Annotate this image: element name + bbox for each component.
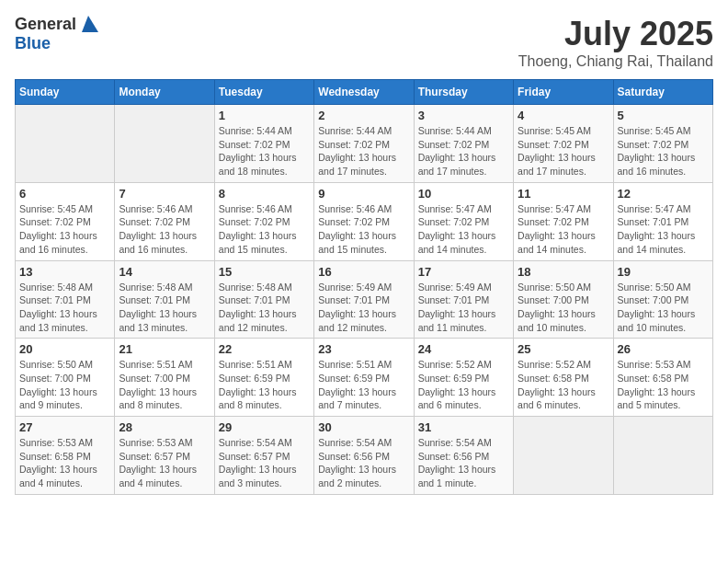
day-info: Sunrise: 5:48 AM Sunset: 7:01 PM Dayligh… [219, 281, 310, 335]
col-tuesday: Tuesday [214, 80, 313, 105]
logo-icon [78, 16, 98, 32]
day-number: 29 [219, 420, 310, 434]
page-header: General Blue July 2025 Thoeng, Chiang Ra… [15, 15, 713, 70]
calendar-week-3: 13Sunrise: 5:48 AM Sunset: 7:01 PM Dayli… [16, 260, 713, 339]
day-number: 25 [518, 342, 609, 356]
day-number: 2 [318, 109, 409, 122]
calendar-cell: 6Sunrise: 5:45 AM Sunset: 7:02 PM Daylig… [16, 182, 115, 260]
day-info: Sunrise: 5:53 AM Sunset: 6:57 PM Dayligh… [119, 436, 210, 490]
day-number: 23 [318, 342, 409, 356]
calendar-cell: 8Sunrise: 5:46 AM Sunset: 7:02 PM Daylig… [214, 182, 313, 260]
day-number: 13 [19, 265, 110, 279]
day-info: Sunrise: 5:52 AM Sunset: 6:58 PM Dayligh… [518, 358, 609, 412]
calendar-cell: 25Sunrise: 5:52 AM Sunset: 6:58 PM Dayli… [514, 339, 613, 417]
day-info: Sunrise: 5:46 AM Sunset: 7:02 PM Dayligh… [318, 202, 409, 257]
calendar-cell: 15Sunrise: 5:48 AM Sunset: 7:01 PM Dayli… [214, 260, 313, 339]
day-number: 28 [119, 420, 210, 434]
day-number: 17 [418, 265, 509, 279]
calendar-cell: 23Sunrise: 5:51 AM Sunset: 6:59 PM Dayli… [314, 339, 414, 417]
calendar-cell: 21Sunrise: 5:51 AM Sunset: 7:00 PM Dayli… [115, 339, 214, 417]
day-info: Sunrise: 5:45 AM Sunset: 7:02 PM Dayligh… [518, 124, 609, 178]
calendar-cell: 14Sunrise: 5:48 AM Sunset: 7:01 PM Dayli… [115, 260, 214, 339]
day-info: Sunrise: 5:44 AM Sunset: 7:02 PM Dayligh… [418, 124, 509, 178]
day-number: 3 [418, 109, 509, 122]
calendar-cell [613, 417, 712, 495]
day-number: 30 [318, 420, 409, 434]
calendar-cell: 3Sunrise: 5:44 AM Sunset: 7:02 PM Daylig… [414, 105, 513, 183]
day-number: 27 [19, 420, 110, 434]
day-number: 24 [418, 342, 509, 356]
calendar-header: Sunday Monday Tuesday Wednesday Thursday… [16, 80, 713, 105]
calendar-cell: 1Sunrise: 5:44 AM Sunset: 7:02 PM Daylig… [214, 105, 313, 183]
col-wednesday: Wednesday [314, 80, 414, 105]
day-info: Sunrise: 5:54 AM Sunset: 6:56 PM Dayligh… [418, 436, 509, 490]
calendar-cell: 4Sunrise: 5:45 AM Sunset: 7:02 PM Daylig… [514, 105, 613, 183]
logo-general-text: General [15, 15, 76, 34]
calendar-cell: 26Sunrise: 5:53 AM Sunset: 6:58 PM Dayli… [613, 339, 712, 417]
day-info: Sunrise: 5:47 AM Sunset: 7:01 PM Dayligh… [618, 202, 709, 257]
calendar-cell: 29Sunrise: 5:54 AM Sunset: 6:57 PM Dayli… [214, 417, 313, 495]
day-info: Sunrise: 5:46 AM Sunset: 7:02 PM Dayligh… [219, 202, 310, 257]
day-info: Sunrise: 5:54 AM Sunset: 6:56 PM Dayligh… [318, 436, 409, 490]
day-info: Sunrise: 5:50 AM Sunset: 7:00 PM Dayligh… [518, 281, 609, 335]
title-area: July 2025 Thoeng, Chiang Rai, Thailand [518, 15, 713, 70]
calendar-cell: 18Sunrise: 5:50 AM Sunset: 7:00 PM Dayli… [514, 260, 613, 339]
col-saturday: Saturday [613, 80, 712, 105]
calendar-cell: 2Sunrise: 5:44 AM Sunset: 7:02 PM Daylig… [314, 105, 414, 183]
day-info: Sunrise: 5:47 AM Sunset: 7:02 PM Dayligh… [518, 202, 609, 257]
day-number: 26 [618, 342, 709, 356]
day-info: Sunrise: 5:46 AM Sunset: 7:02 PM Dayligh… [119, 202, 210, 257]
day-number: 5 [618, 109, 709, 122]
day-number: 14 [119, 265, 210, 279]
day-number: 21 [119, 342, 210, 356]
day-info: Sunrise: 5:47 AM Sunset: 7:02 PM Dayligh… [418, 202, 509, 257]
day-number: 20 [19, 342, 110, 356]
day-info: Sunrise: 5:49 AM Sunset: 7:01 PM Dayligh… [418, 281, 509, 335]
day-info: Sunrise: 5:51 AM Sunset: 7:00 PM Dayligh… [119, 358, 210, 412]
calendar-cell: 31Sunrise: 5:54 AM Sunset: 6:56 PM Dayli… [414, 417, 513, 495]
logo-blue-text: Blue [15, 34, 51, 53]
col-thursday: Thursday [414, 80, 513, 105]
calendar-cell: 22Sunrise: 5:51 AM Sunset: 6:59 PM Dayli… [214, 339, 313, 417]
day-number: 16 [318, 265, 409, 279]
day-info: Sunrise: 5:49 AM Sunset: 7:01 PM Dayligh… [318, 281, 409, 335]
calendar-cell [16, 105, 115, 183]
calendar-week-1: 1Sunrise: 5:44 AM Sunset: 7:02 PM Daylig… [16, 105, 713, 183]
calendar-cell: 9Sunrise: 5:46 AM Sunset: 7:02 PM Daylig… [314, 182, 414, 260]
header-row: Sunday Monday Tuesday Wednesday Thursday… [16, 80, 713, 105]
calendar-title: July 2025 [518, 15, 713, 53]
calendar-table: Sunday Monday Tuesday Wednesday Thursday… [15, 79, 713, 495]
day-number: 31 [418, 420, 509, 434]
calendar-cell: 28Sunrise: 5:53 AM Sunset: 6:57 PM Dayli… [115, 417, 214, 495]
day-number: 6 [19, 187, 110, 201]
calendar-cell [115, 105, 214, 183]
day-info: Sunrise: 5:53 AM Sunset: 6:58 PM Dayligh… [618, 358, 709, 412]
svg-marker-0 [82, 16, 98, 32]
day-info: Sunrise: 5:51 AM Sunset: 6:59 PM Dayligh… [219, 358, 310, 412]
day-info: Sunrise: 5:44 AM Sunset: 7:02 PM Dayligh… [219, 124, 310, 178]
day-info: Sunrise: 5:45 AM Sunset: 7:02 PM Dayligh… [618, 124, 709, 178]
col-monday: Monday [115, 80, 214, 105]
calendar-cell: 13Sunrise: 5:48 AM Sunset: 7:01 PM Dayli… [16, 260, 115, 339]
calendar-cell: 17Sunrise: 5:49 AM Sunset: 7:01 PM Dayli… [414, 260, 513, 339]
calendar-cell: 24Sunrise: 5:52 AM Sunset: 6:59 PM Dayli… [414, 339, 513, 417]
calendar-cell: 11Sunrise: 5:47 AM Sunset: 7:02 PM Dayli… [514, 182, 613, 260]
day-number: 18 [518, 265, 609, 279]
day-number: 12 [618, 187, 709, 201]
calendar-cell: 19Sunrise: 5:50 AM Sunset: 7:00 PM Dayli… [613, 260, 712, 339]
day-number: 4 [518, 109, 609, 122]
calendar-cell: 20Sunrise: 5:50 AM Sunset: 7:00 PM Dayli… [16, 339, 115, 417]
calendar-cell: 12Sunrise: 5:47 AM Sunset: 7:01 PM Dayli… [613, 182, 712, 260]
day-info: Sunrise: 5:44 AM Sunset: 7:02 PM Dayligh… [318, 124, 409, 178]
calendar-cell: 10Sunrise: 5:47 AM Sunset: 7:02 PM Dayli… [414, 182, 513, 260]
day-info: Sunrise: 5:52 AM Sunset: 6:59 PM Dayligh… [418, 358, 509, 412]
day-number: 19 [618, 265, 709, 279]
logo: General Blue [15, 15, 98, 53]
day-info: Sunrise: 5:48 AM Sunset: 7:01 PM Dayligh… [19, 281, 110, 335]
day-number: 9 [318, 187, 409, 201]
calendar-cell [514, 417, 613, 495]
calendar-week-5: 27Sunrise: 5:53 AM Sunset: 6:58 PM Dayli… [16, 417, 713, 495]
day-info: Sunrise: 5:50 AM Sunset: 7:00 PM Dayligh… [19, 358, 110, 412]
calendar-week-2: 6Sunrise: 5:45 AM Sunset: 7:02 PM Daylig… [16, 182, 713, 260]
day-info: Sunrise: 5:54 AM Sunset: 6:57 PM Dayligh… [219, 436, 310, 490]
